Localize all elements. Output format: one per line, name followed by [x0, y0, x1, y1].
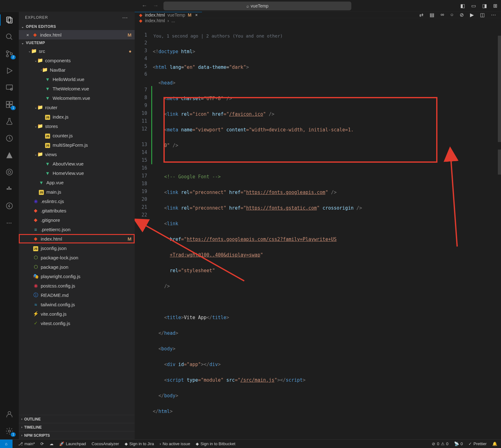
circle-icon[interactable]: ○ [450, 12, 453, 18]
file-postcss[interactable]: ◉postcss.config.js [19, 281, 135, 290]
file-pkg[interactable]: ⬡package.json [19, 262, 135, 272]
explorer-more-icon[interactable]: ⋯ [122, 14, 128, 21]
vue-file-icon: ▼ [38, 180, 44, 185]
sync-button[interactable]: ⟳ [40, 441, 44, 446]
panel-bottom-icon[interactable]: ▭ [471, 3, 476, 9]
settings-badge: 1 [11, 432, 16, 437]
code-editor[interactable]: You, 1 second ago | 2 authors (You and o… [153, 23, 501, 447]
file-playwright[interactable]: 🎭playwright.config.js [19, 272, 135, 281]
file-multistep[interactable]: JSmultiStepForm.js [19, 140, 135, 150]
scrollbar-indicator[interactable] [498, 36, 501, 142]
file-readme[interactable]: ⓘREADME.md [19, 290, 135, 300]
more-icon[interactable]: ⋯ [5, 218, 14, 227]
azure-icon[interactable] [5, 151, 14, 160]
file-tailwind[interactable]: ≈tailwind.config.js [19, 300, 135, 309]
launchpad[interactable]: 🚀Launchpad [59, 441, 86, 446]
file-hello[interactable]: ▼HelloWorld.vue [19, 74, 135, 84]
chevron-down-icon: ⌄ [21, 25, 24, 28]
git-icon: ◆ [33, 217, 39, 223]
file-welcomeitem[interactable]: ▼WelcomeItem.vue [19, 93, 135, 103]
eslint-icon: ◉ [33, 198, 39, 204]
flask-icon[interactable] [5, 117, 14, 126]
file-index-html[interactable]: ◆index.htmlM [19, 234, 135, 243]
compare-icon[interactable]: ⇄ [419, 12, 423, 18]
explorer-icon[interactable] [5, 16, 14, 24]
nav-back-icon[interactable]: ← [142, 3, 147, 9]
folder-icon: 📁 [37, 58, 43, 63]
git-branch[interactable]: ⎇main* [18, 441, 35, 446]
cocos[interactable]: CocosAnalyzer [92, 441, 119, 446]
tab-more-icon[interactable]: ⋯ [491, 12, 497, 18]
view-icon[interactable]: ▤ [430, 12, 434, 18]
titlebar: ← → ⌕ vueTemp ◧ ▭ ◨ ⊞ [0, 0, 501, 12]
close-icon[interactable]: × [26, 32, 32, 38]
open-editor-item[interactable]: × ◆ index.html M [19, 30, 135, 39]
extensions-icon[interactable]: 1 [5, 100, 14, 109]
gitlens-icon[interactable] [5, 168, 14, 176]
sync-icon[interactable]: ∞ [441, 12, 444, 18]
file-vitest[interactable]: ✓vitest.config.js [19, 318, 135, 328]
outline-section[interactable]: ›OUTLINE [19, 415, 135, 423]
breadcrumb[interactable]: ◆ index.html › ... [135, 18, 501, 23]
svg-rect-10 [6, 101, 9, 104]
file-gitattr[interactable]: ◆.gitattributes [19, 206, 135, 215]
chevron-down-icon: ⌄ [21, 41, 24, 45]
scrollbar-indicator[interactable] [498, 150, 501, 175]
package-icon: ⬡ [33, 264, 39, 270]
account-icon[interactable] [5, 410, 14, 419]
vue-file-icon: ▼ [44, 161, 51, 166]
file-counter[interactable]: JScounter.js [19, 131, 135, 140]
timeline-icon[interactable] [5, 134, 14, 143]
bolt-icon[interactable] [5, 201, 14, 210]
source-control-icon[interactable]: 2 [5, 49, 14, 58]
file-main[interactable]: JSmain.js [19, 187, 135, 196]
file-eslint[interactable]: ◉.eslintrc.cjs [19, 196, 135, 206]
file-home[interactable]: ▼HomeView.vue [19, 168, 135, 178]
split-icon[interactable]: ◫ [480, 12, 485, 18]
folder-icon: 📁 [42, 67, 48, 73]
file-prettier[interactable]: ≡.prettierrc.json [19, 225, 135, 234]
js-file-icon: JS [39, 190, 44, 195]
settings-gear-icon[interactable]: 1 [5, 427, 14, 435]
html-file-icon: ◆ [32, 32, 38, 38]
file-gitignore[interactable]: ◆.gitignore [19, 215, 135, 225]
layout-custom-icon[interactable]: ⊞ [493, 3, 497, 9]
minimap[interactable] [465, 36, 500, 83]
folder-router[interactable]: ⌄📁router [19, 103, 135, 112]
modified-badge: M [128, 236, 132, 242]
timeline-section[interactable]: ›TIMELINE [19, 423, 135, 431]
folder-components[interactable]: ⌄📁components [19, 56, 135, 65]
folder-views[interactable]: ⌄📁views [19, 150, 135, 159]
npm-section[interactable]: ›NPM SCRIPTS [19, 431, 135, 439]
file-pkglock[interactable]: ⬡package-lock.json [19, 253, 135, 262]
file-app[interactable]: ▼App.vue [19, 178, 135, 187]
modified-badge: M [188, 13, 192, 18]
info-icon: ⓘ [33, 292, 39, 298]
file-router-index[interactable]: JSindex.js [19, 112, 135, 121]
file-jsconfig[interactable]: JSjsconfig.json [19, 243, 135, 253]
remote-button[interactable]: ⌂ [0, 440, 13, 448]
file-about[interactable]: ▼AboutView.vue [19, 159, 135, 168]
debug-icon[interactable] [5, 66, 14, 75]
link-icon[interactable]: ⊘ [460, 12, 464, 18]
tab-index-html[interactable]: ◆ index.html vueTemp M × [135, 12, 202, 18]
nav-forward-icon[interactable]: → [153, 3, 158, 9]
open-editors-section[interactable]: ⌄ OPEN EDITORS [19, 23, 135, 30]
file-vite[interactable]: ⚡vite.config.js [19, 309, 135, 318]
folder-navbar[interactable]: ›📁NavBar [19, 65, 135, 74]
command-center[interactable]: ⌕ vueTemp [163, 2, 351, 10]
folder-stores[interactable]: ⌄📁stores [19, 121, 135, 131]
search-view-icon[interactable] [5, 33, 14, 41]
run-icon[interactable]: ▶ [470, 12, 474, 18]
file-welcome[interactable]: ▼TheWelcome.vue [19, 84, 135, 93]
panel-primary-icon[interactable]: ◧ [460, 3, 465, 9]
svg-point-6 [10, 53, 13, 55]
panel-secondary-icon[interactable]: ◨ [482, 3, 487, 9]
git-blame: You, 1 second ago | 2 authors (You and o… [153, 32, 501, 40]
project-section[interactable]: ⌄ VUETEMP [19, 39, 135, 46]
close-tab-icon[interactable]: × [195, 13, 198, 18]
cloud-button[interactable]: ☁ [49, 441, 54, 446]
remote-explorer-icon[interactable] [5, 83, 14, 92]
folder-src[interactable]: ⌄📁src [19, 46, 135, 56]
docker-icon[interactable] [5, 185, 14, 193]
